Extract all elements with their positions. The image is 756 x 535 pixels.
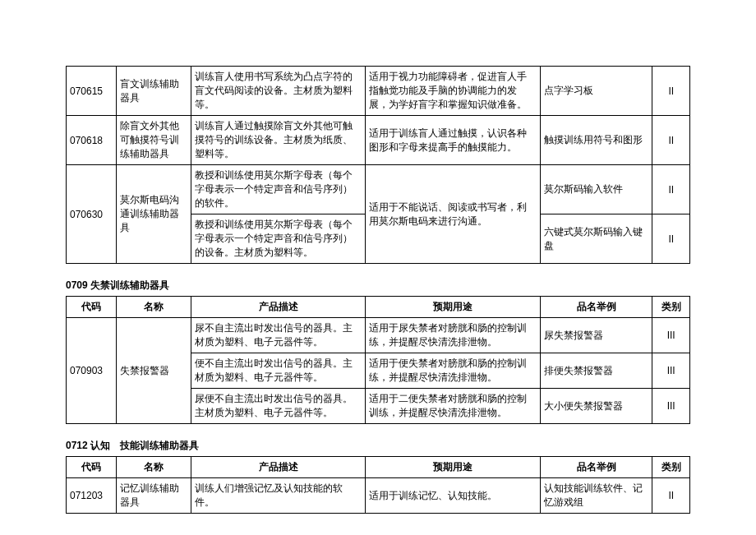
cell-code: 070903 [67, 318, 117, 424]
cell-example: 六键式莫尔斯码输入键盘 [540, 214, 652, 264]
cell-desc: 便不自主流出时发出信号的器具。主材质为塑料、电子元器件等。 [191, 353, 366, 389]
cell-name: 失禁报警器 [116, 318, 191, 424]
cell-desc: 尿便不自主流出时发出信号的器具。主材质为塑料、电子元器件等。 [191, 389, 366, 424]
cell-desc: 教授和训练使用莫尔斯字母表（每个字母表示一个特定声音和信号序列）的设备。主材质为… [191, 214, 366, 264]
header-code: 代码 [67, 297, 117, 318]
cell-name: 莫尔斯电码沟通训练辅助器具 [116, 165, 191, 264]
cell-category: II [652, 165, 690, 214]
cell-example: 大小便失禁报警器 [540, 389, 652, 424]
cell-desc: 训练盲人通过触摸除盲文外其他可触摸符号的训练设备。主材质为纸质、塑料等。 [191, 116, 366, 165]
cell-example: 莫尔斯码输入软件 [540, 165, 652, 214]
header-category: 类别 [652, 457, 690, 478]
table-row: 070618 除盲文外其他可触摸符号训练辅助器具 训练盲人通过触摸除盲文外其他可… [67, 116, 690, 165]
cell-use: 适用于训练盲人通过触摸，认识各种图形和字母来提高手的触摸能力。 [366, 116, 541, 165]
cell-category: III [652, 389, 690, 424]
table-row: 070630 莫尔斯电码沟通训练辅助器具 教授和训练使用莫尔斯字母表（每个字母表… [67, 165, 690, 214]
cell-use: 适用于便失禁者对膀胱和肠的控制训练，并提醒尽快清洗排泄物。 [366, 353, 541, 389]
table-0706: 070615 盲文训练辅助器具 训练盲人使用书写系统为凸点字符的盲文代码阅读的设… [66, 66, 690, 264]
table-row: 070903 失禁报警器 尿不自主流出时发出信号的器具。主材质为塑料、电子元器件… [67, 318, 690, 353]
header-desc: 产品描述 [191, 297, 366, 318]
cell-example: 尿失禁报警器 [540, 318, 652, 353]
table-row: 070615 盲文训练辅助器具 训练盲人使用书写系统为凸点字符的盲文代码阅读的设… [67, 67, 690, 116]
cell-code: 070630 [67, 165, 117, 264]
header-use: 预期用途 [366, 297, 541, 318]
cell-category: II [652, 478, 690, 514]
cell-category: II [652, 116, 690, 165]
cell-category: III [652, 318, 690, 353]
cell-name: 除盲文外其他可触摸符号训练辅助器具 [116, 116, 191, 165]
cell-name: 盲文训练辅助器具 [116, 67, 191, 116]
cell-use: 适用于尿失禁者对膀胱和肠的控制训练，并提醒尽快清洗排泄物。 [366, 318, 541, 353]
section-title-0712: 0712 认知 技能训练辅助器具 [66, 439, 690, 453]
header-example: 品名举例 [540, 297, 652, 318]
cell-code: 071203 [67, 478, 117, 514]
header-code: 代码 [67, 457, 117, 478]
cell-category: II [652, 214, 690, 264]
table-row: 071203 记忆训练辅助器具 训练人们增强记忆及认知技能的软件。 适用于训练记… [67, 478, 690, 514]
table-header-row: 代码 名称 产品描述 预期用途 品名举例 类别 [67, 297, 690, 318]
cell-name: 记忆训练辅助器具 [116, 478, 191, 514]
header-desc: 产品描述 [191, 457, 366, 478]
table-0712: 代码 名称 产品描述 预期用途 品名举例 类别 071203 记忆训练辅助器具 … [66, 456, 690, 514]
cell-code: 070618 [67, 116, 117, 165]
header-example: 品名举例 [540, 457, 652, 478]
cell-use: 适用于二便失禁者对膀胱和肠的控制训练，并提醒尽快清洗排泄物。 [366, 389, 541, 424]
cell-desc: 训练盲人使用书写系统为凸点字符的盲文代码阅读的设备。主材质为塑料等。 [191, 67, 366, 116]
cell-use: 适用于训练记忆、认知技能。 [366, 478, 541, 514]
section-title-0709: 0709 失禁训练辅助器具 [66, 279, 690, 293]
cell-example: 点字学习板 [540, 67, 652, 116]
header-name: 名称 [116, 297, 191, 318]
header-name: 名称 [116, 457, 191, 478]
cell-example: 认知技能训练软件、记忆游戏组 [540, 478, 652, 514]
header-category: 类别 [652, 297, 690, 318]
cell-code: 070615 [67, 67, 117, 116]
cell-desc: 教授和训练使用莫尔斯字母表（每个字母表示一个特定声音和信号序列）的软件。 [191, 165, 366, 214]
cell-example: 排便失禁报警器 [540, 353, 652, 389]
cell-use: 适用于不能说话、阅读或书写者，利用莫尔斯电码来进行沟通。 [366, 165, 541, 264]
cell-category: III [652, 353, 690, 389]
header-use: 预期用途 [366, 457, 541, 478]
cell-desc: 尿不自主流出时发出信号的器具。主材质为塑料、电子元器件等。 [191, 318, 366, 353]
cell-desc: 训练人们增强记忆及认知技能的软件。 [191, 478, 366, 514]
cell-category: II [652, 67, 690, 116]
cell-use: 适用于视力功能障碍者，促进盲人手指触觉功能及手脑的协调能力的发展，为学好盲字和掌… [366, 67, 541, 116]
table-0709: 代码 名称 产品描述 预期用途 品名举例 类别 070903 失禁报警器 尿不自… [66, 296, 690, 424]
cell-example: 触摸训练用符号和图形 [540, 116, 652, 165]
table-header-row: 代码 名称 产品描述 预期用途 品名举例 类别 [67, 457, 690, 478]
